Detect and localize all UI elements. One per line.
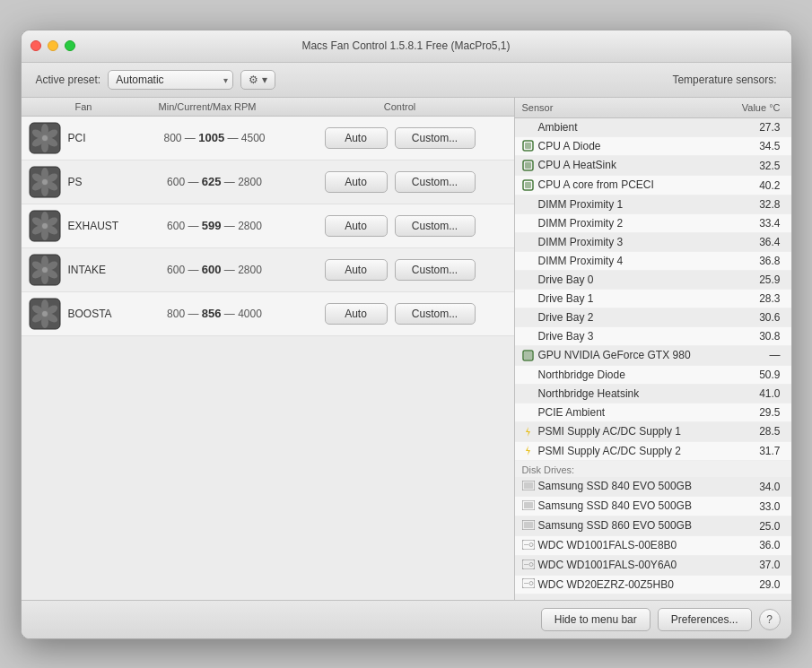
temp-sensors-label: Temperature sensors: [672, 74, 776, 86]
disk-value: 37.0 [743, 555, 791, 575]
fan-custom-button[interactable]: Custom... [395, 259, 476, 281]
disk-value: 25.0 [743, 516, 791, 536]
fan-auto-button[interactable]: Auto [325, 215, 388, 237]
sensor-name: PSMI Supply AC/DC Supply 1 [515, 421, 727, 441]
sensor-value: 33.4 [726, 213, 790, 232]
sensor-row: Drive Bay 2 30.6 [515, 308, 791, 326]
window-title: Macs Fan Control 1.5.8.1 Free (MacPro5,1… [301, 39, 510, 52]
svg-point-68 [529, 582, 533, 586]
fan-auto-button[interactable]: Auto [325, 171, 388, 193]
svg-point-35 [42, 267, 48, 273]
fan-rows: PCI 800 — 1005 — 4500 Auto Custom... PS … [22, 117, 514, 336]
gpu-icon [522, 350, 535, 362]
disk-row: WDC WD1001FALS-00Y6A0 37.0 [515, 555, 791, 575]
fan-name: PCI [68, 132, 136, 144]
fan-controls: Auto Custom... [293, 171, 507, 193]
fan-rpm: 600 — 599 — 2800 [136, 219, 293, 232]
disk-row: WDC WD20EZRZ-00Z5HB0 29.0 [515, 575, 791, 594]
fan-auto-button[interactable]: Auto [325, 259, 388, 281]
sensor-row: DIMM Proximity 4 36.8 [515, 251, 791, 270]
sensor-name: PCIE Ambient [515, 403, 727, 421]
sensor-value: 36.8 [726, 251, 790, 270]
svg-point-65 [529, 562, 533, 566]
col-rpm-label: Min/Current/Max RPM [129, 101, 286, 112]
ssd-icon [522, 481, 535, 493]
preset-select[interactable]: Automatic [108, 70, 233, 90]
disk-value: 34.0 [743, 477, 791, 496]
fan-controls: Auto Custom... [293, 127, 507, 149]
hide-to-menubar-button[interactable]: Hide to menu bar [541, 608, 650, 631]
titlebar: Macs Fan Control 1.5.8.1 Free (MacPro5,1… [22, 30, 791, 63]
preferences-button[interactable]: Preferences... [658, 608, 752, 631]
fan-rpm: 800 — 856 — 4000 [136, 307, 293, 320]
sensor-col-header: Sensor [515, 98, 727, 118]
sensor-row: PSMI Supply AC/DC Supply 1 28.5 [515, 421, 791, 441]
sensor-name: Drive Bay 0 [515, 270, 727, 289]
sensor-value: 40.2 [726, 176, 790, 195]
disk-name: WDC WD1001FALS-00Y6A0 [515, 555, 743, 575]
minimize-button[interactable] [48, 40, 58, 51]
fan-icon [29, 298, 61, 330]
sensor-name: GPU NVIDIA GeForce GTX 980 [515, 345, 727, 365]
close-button[interactable] [31, 40, 41, 51]
sensor-value: 41.0 [726, 384, 790, 403]
sensor-row: GPU NVIDIA GeForce GTX 980 — [515, 345, 791, 365]
col-fan-label: Fan [22, 101, 129, 112]
sensor-name: Drive Bay 3 [515, 326, 727, 345]
preset-label: Active preset: [36, 74, 101, 86]
sensor-row: DIMM Proximity 2 33.4 [515, 213, 791, 232]
disk-name: Samsung SSD 860 EVO 500GB [515, 516, 743, 536]
fan-panel: Fan Min/Current/Max RPM Control PCI 800 … [22, 98, 515, 600]
fan-rpm: 600 — 600 — 2800 [136, 263, 293, 276]
sensor-value: 50.9 [726, 365, 790, 384]
sensor-row: DIMM Proximity 1 32.8 [515, 195, 791, 213]
disk-name: WDC WD1001FALS-00E8B0 [515, 535, 743, 555]
sensor-row: CPU A HeatSink 32.5 [515, 156, 791, 176]
sensor-value: 36.4 [726, 232, 790, 251]
fan-row: INTAKE 600 — 600 — 2800 Auto Custom... [22, 248, 514, 292]
svg-rect-46 [525, 143, 531, 149]
disk-table: Samsung SSD 840 EVO 500GB 34.0 Samsung S… [515, 477, 791, 594]
fan-custom-button[interactable]: Custom... [395, 127, 476, 149]
sensor-value: — [726, 345, 790, 365]
sensor-value: 28.3 [726, 289, 790, 308]
sensor-name: DIMM Proximity 2 [515, 213, 727, 232]
gear-button[interactable]: ⚙ ▾ [240, 70, 275, 90]
sensor-name: DIMM Proximity 3 [515, 232, 727, 251]
sensor-row: CPU A core from PCECI 40.2 [515, 176, 791, 195]
disk-row: WDC WD1001FALS-00E8B0 36.0 [515, 535, 791, 555]
power-icon [522, 445, 535, 457]
cpu-icon [522, 160, 535, 172]
sensor-row: Drive Bay 3 30.8 [515, 326, 791, 345]
toolbar: Active preset: Automatic ⚙ ▾ Temperature… [22, 63, 791, 98]
sensor-value: 31.7 [726, 441, 790, 461]
help-button[interactable]: ? [759, 609, 781, 630]
disk-value: 29.0 [743, 575, 791, 594]
sensor-name: DIMM Proximity 4 [515, 251, 727, 270]
sensor-row: Drive Bay 0 25.9 [515, 270, 791, 289]
fan-rpm: 600 — 625 — 2800 [136, 175, 293, 188]
fan-custom-button[interactable]: Custom... [395, 171, 476, 193]
sensor-panel: Sensor Value °C Ambient 27.3 CPU A Diode… [515, 98, 791, 600]
sensor-name: CPU A Diode [515, 136, 727, 156]
sensor-value: 29.5 [726, 403, 790, 421]
svg-rect-52 [524, 351, 532, 360]
fan-custom-button[interactable]: Custom... [395, 215, 476, 237]
value-col-header: Value °C [726, 98, 790, 118]
fan-auto-button[interactable]: Auto [325, 127, 388, 149]
disk-drives-section-label: Disk Drives: [515, 461, 791, 477]
fan-icon [29, 122, 61, 154]
maximize-button[interactable] [65, 40, 75, 51]
fan-controls: Auto Custom... [293, 215, 507, 237]
svg-point-8 [42, 135, 48, 141]
sensor-name: CPU A core from PCECI [515, 176, 727, 195]
ssd-icon [522, 500, 535, 513]
svg-point-62 [529, 542, 533, 546]
fan-row: EXHAUST 600 — 599 — 2800 Auto Custom... [22, 204, 514, 248]
sensor-row: CPU A Diode 34.5 [515, 136, 791, 156]
fan-custom-button[interactable]: Custom... [395, 303, 476, 325]
disk-row: Samsung SSD 840 EVO 500GB 34.0 [515, 477, 791, 496]
fan-auto-button[interactable]: Auto [325, 303, 388, 325]
power-icon [522, 426, 535, 438]
sensor-row: Drive Bay 1 28.3 [515, 289, 791, 308]
